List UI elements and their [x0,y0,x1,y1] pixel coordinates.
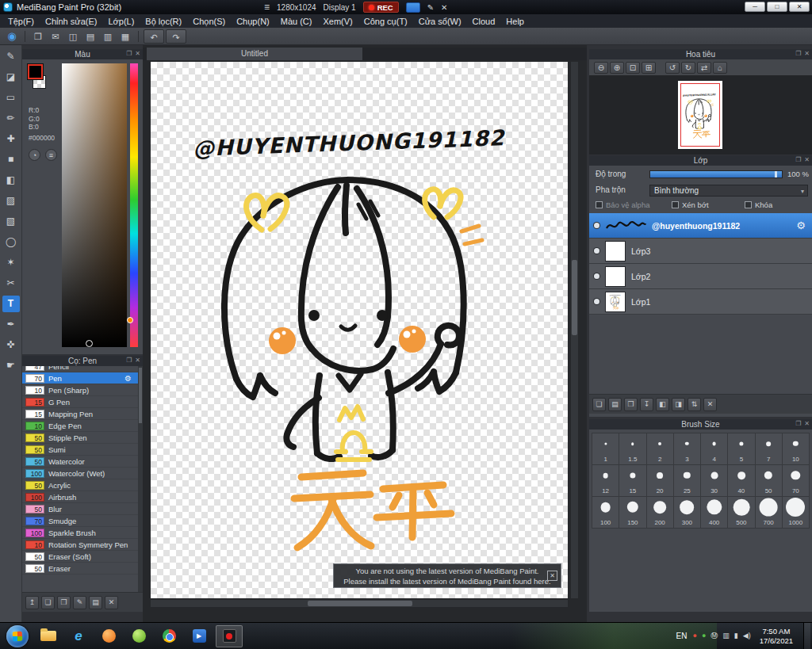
close-icon[interactable]: ✕ [804,50,810,57]
gear-icon[interactable]: ⚙ [124,374,132,383]
brush-eraser-soft[interactable]: 50Eraser (Soft) [22,551,138,563]
clipping-button[interactable]: ◨ [672,398,685,411]
brush-size-20[interactable]: 20 [647,465,673,496]
panel-grid-button[interactable]: ▦ [117,29,133,44]
visibility-toggle[interactable] [594,299,599,304]
brush-pencil[interactable]: 47Pencil [22,366,138,372]
brush-size-2[interactable]: 2 [647,433,673,464]
menu-color[interactable]: Màu (C) [275,16,318,27]
minimize-button[interactable]: ─ [745,2,765,12]
brush-pen-sharp[interactable]: 10Pen (Sharp) [22,384,138,396]
canvas-artwork[interactable]: @HUYENTHUONG191182 [151,62,568,598]
move-tool[interactable]: ✚ [2,131,20,147]
network-icon[interactable]: ▮ [734,632,738,639]
menu-view[interactable]: Xem(V) [317,16,358,27]
horizontal-scroll-thumb[interactable] [308,601,412,606]
brush-size-50[interactable]: 50 [756,465,782,496]
brush-size-4[interactable]: 4 [701,433,727,464]
horizontal-scrollbar[interactable] [151,600,568,607]
brush-g-pen[interactable]: 15G Pen [22,396,138,408]
reorder-layer-button[interactable]: ⇅ [688,398,701,411]
reset-view-button[interactable]: ⌂ [713,62,727,74]
bucket-tool[interactable]: ◧ [2,172,20,189]
brush-folder-button[interactable]: ▤ [89,596,102,609]
flip-horizontal-button[interactable]: ⇄ [697,62,711,74]
layers-header[interactable]: Lớp ❐✕ [589,155,812,166]
protect-alpha-checkbox[interactable]: Bảo vệ alpha [596,200,649,209]
file-explorer-button[interactable] [35,625,62,647]
close-icon[interactable]: ✕ [804,420,810,427]
merge-down-button[interactable]: ↧ [640,398,653,411]
zoom-in-button[interactable]: ⊕ [610,62,624,74]
active-brush-button[interactable]: ◉ [4,29,20,44]
detach-icon[interactable]: ❐ [795,420,801,427]
tab-untitled[interactable]: Untitled [147,48,362,60]
layer-l-p1[interactable]: Lớp1 [589,289,812,315]
recorder-capture-button[interactable] [406,2,420,13]
title-bar[interactable]: MediBang Paint Pro (32bit) ≡ 1280x1024 D… [0,0,812,14]
rotate-left-button[interactable]: ↺ [665,62,680,74]
fit-view-button[interactable]: ⊡ [626,62,640,74]
new-brush-button[interactable]: ❏ [41,596,55,609]
start-button[interactable] [6,625,29,647]
show-desktop-button[interactable] [803,623,810,649]
zoom-out-button[interactable]: ⊖ [594,62,608,74]
undo-button[interactable]: ↶ [144,29,164,44]
navigator-view[interactable] [589,75,812,155]
clock[interactable]: 7:50 AM 17/6/2021 [760,627,793,646]
measure-tool[interactable]: ✜ [2,337,20,353]
color-slider-button[interactable]: ≡ [45,149,57,161]
brush-rotation-symmetry-pen[interactable]: 10Rotation Symmetry Pen [22,539,138,551]
recorder-close-icon[interactable]: ✕ [441,3,447,12]
menu-window[interactable]: Cửa sổ(W) [413,16,467,27]
menu-tools[interactable]: Công cụ(T) [358,16,413,27]
panel-split-button[interactable]: ▥ [100,29,116,44]
brush-size-200[interactable]: 200 [647,497,673,528]
delete-layer-button[interactable]: ✕ [703,398,717,411]
hand-tool[interactable]: ☛ [2,357,20,374]
select-pen-tool[interactable]: ✏ [2,110,20,127]
visibility-toggle[interactable] [594,273,599,279]
brush-size-3[interactable]: 3 [674,433,700,464]
brush-watercolor-wet[interactable]: 100Watercolor (Wet) [22,468,138,479]
brush-eraser[interactable]: 50Eraser [22,563,138,575]
brush-size-30[interactable]: 30 [701,465,727,496]
brush-size-1000[interactable]: 1000 [783,497,809,528]
panel-left-button[interactable]: ▤ [82,29,98,44]
saturation-value-picker[interactable] [62,63,127,347]
delete-brush-button[interactable]: ✕ [105,596,118,609]
vertical-scrollbar[interactable] [571,62,578,598]
brush-acrylic[interactable]: 50Acrylic [22,479,138,491]
brush-size-25[interactable]: 25 [674,465,700,496]
volume-icon[interactable]: ◀) [743,632,751,639]
clear-layer-button[interactable]: ◧ [656,398,669,411]
brush-size-12[interactable]: 12 [592,465,619,496]
opacity-slider-handle[interactable] [775,171,777,178]
brush-size-10[interactable]: 10 [783,433,809,464]
hue-handle[interactable] [127,317,133,323]
brush-mapping-pen[interactable]: 15Mapping Pen [22,408,138,420]
brush-size-1-5[interactable]: 1.5 [619,433,645,464]
canvas[interactable]: @HUYENTHUONG191182 [151,62,568,598]
menu-select[interactable]: Chọn(S) [187,16,231,27]
blend-mode-select[interactable]: Bình thường ▾ [649,185,808,197]
chrome-button[interactable] [155,625,182,647]
maximize-button[interactable]: □ [767,2,787,12]
edit-brush-button[interactable]: ✎ [73,596,86,609]
recorder-pencil-icon[interactable]: ✎ [427,3,434,12]
redo-button[interactable]: ↷ [166,29,186,44]
duplicate-brush-button[interactable]: ❐ [57,596,71,609]
media-player-button[interactable]: ▶ [186,625,213,647]
gear-icon[interactable]: ⚙ [796,220,806,231]
record-button[interactable]: REC [363,2,399,13]
menu-layer[interactable]: Lớp(L) [102,16,140,27]
close-icon[interactable]: ✕ [804,156,810,163]
brush-sparkle-brush[interactable]: 100Sparkle Brush [22,527,138,539]
visibility-toggle[interactable] [594,223,599,228]
close-icon[interactable]: ✕ [135,357,140,364]
lock-checkbox[interactable]: Khóa [745,200,772,209]
brush-edge-pen[interactable]: 10Edge Pen [22,420,138,432]
save-button[interactable]: ◫ [65,29,81,44]
eyedropper-tool[interactable]: ✒ [2,316,20,333]
brush-smudge[interactable]: 70Smudge [22,515,138,527]
